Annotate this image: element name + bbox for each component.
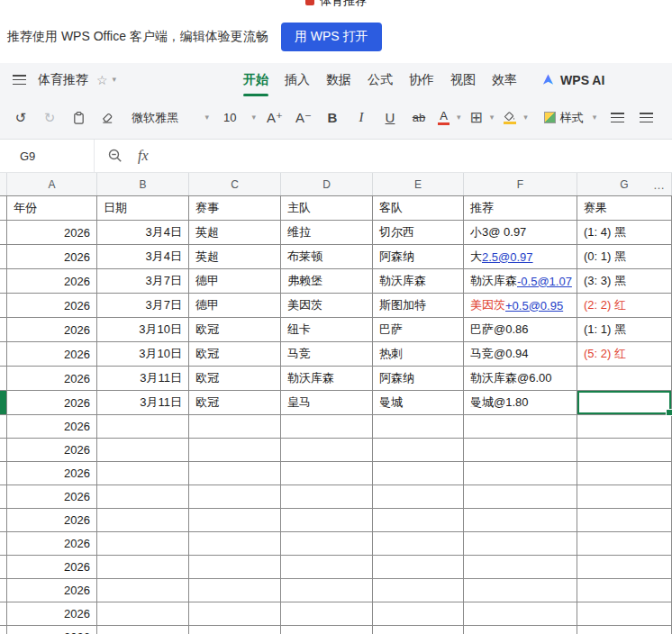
cell-F4[interactable]: 勒沃库森-0.5@1.07 — [464, 269, 577, 294]
cell-D1[interactable]: 主队 — [281, 196, 373, 221]
row-header[interactable] — [0, 626, 7, 634]
cell-C17[interactable] — [189, 579, 281, 602]
row-header[interactable] — [0, 318, 7, 342]
wps-ai-button[interactable]: WPS AI — [541, 63, 604, 96]
cell-D5[interactable]: 美因茨 — [281, 294, 373, 318]
cell-F7[interactable]: 马竞@0.94 — [464, 342, 577, 367]
row-header[interactable] — [0, 294, 7, 318]
cell-A4[interactable]: 2026 — [7, 269, 97, 294]
cell-D17[interactable] — [281, 579, 373, 602]
cell-F10[interactable] — [464, 415, 577, 439]
cell-E4[interactable]: 勒沃库森 — [373, 269, 464, 294]
column-header-G[interactable]: G… — [577, 173, 672, 195]
cell-D18[interactable] — [281, 602, 373, 626]
cell-E14[interactable] — [373, 509, 464, 532]
cell-B19[interactable] — [97, 626, 189, 634]
font-size-select[interactable]: 10 ▾ — [223, 111, 256, 124]
cell-G2[interactable]: (1: 4) 黑 — [577, 221, 672, 245]
row-header[interactable] — [0, 269, 7, 294]
cell-A7[interactable]: 2026 — [7, 342, 97, 367]
italic-button[interactable]: I — [350, 106, 373, 130]
cell-D19[interactable] — [281, 626, 373, 634]
cell-E13[interactable] — [373, 485, 464, 509]
tab-协作[interactable]: 协作 — [401, 63, 442, 96]
insert-function-icon[interactable]: fx — [138, 148, 149, 164]
row-header[interactable] — [0, 245, 7, 269]
paste-button[interactable] — [67, 106, 90, 130]
cell-B1[interactable]: 日期 — [97, 196, 189, 221]
row-header[interactable] — [0, 342, 7, 367]
cell-E3[interactable]: 阿森纳 — [373, 245, 464, 269]
cell-F15[interactable] — [464, 532, 577, 556]
cell-B18[interactable] — [97, 602, 189, 626]
column-header-F[interactable]: F — [464, 173, 577, 195]
cell-G16[interactable] — [577, 556, 672, 579]
cell-B16[interactable] — [97, 556, 189, 579]
align-left-button[interactable] — [605, 106, 629, 130]
cell-A18[interactable]: 2026 — [7, 602, 97, 626]
cell-C18[interactable] — [189, 602, 281, 626]
open-in-wps-button[interactable]: 用 WPS 打开 — [281, 23, 382, 51]
cell-C12[interactable] — [189, 462, 281, 485]
cell-G18[interactable] — [577, 602, 672, 626]
cell-F17[interactable] — [464, 579, 577, 602]
eraser-button[interactable] — [95, 106, 119, 130]
cell-B5[interactable]: 3月7日 — [97, 294, 189, 318]
cell-B2[interactable]: 3月4日 — [97, 221, 189, 245]
row-header[interactable] — [0, 391, 7, 415]
row-header[interactable] — [0, 509, 7, 532]
strikethrough-button[interactable]: ab — [407, 106, 431, 130]
cell-E10[interactable] — [373, 415, 464, 439]
cell-A2[interactable]: 2026 — [7, 221, 97, 245]
column-header-A[interactable]: A — [7, 173, 97, 195]
cell-D7[interactable]: 马竞 — [281, 342, 373, 367]
cell-D8[interactable]: 勒沃库森 — [281, 367, 373, 391]
star-icon[interactable]: ☆ — [96, 74, 108, 86]
cell-C15[interactable] — [189, 532, 281, 556]
cell-F8[interactable]: 勒沃库森@6.00 — [464, 367, 577, 391]
cell-name-box[interactable]: G9 — [0, 140, 95, 172]
cell-A3[interactable]: 2026 — [7, 245, 97, 269]
row-header[interactable] — [0, 367, 7, 391]
cell-E19[interactable] — [373, 626, 464, 634]
cell-B3[interactable]: 3月4日 — [97, 245, 189, 269]
cell-E16[interactable] — [373, 556, 464, 579]
cell-C5[interactable]: 德甲 — [189, 294, 281, 318]
cell-C4[interactable]: 德甲 — [189, 269, 281, 294]
cell-G11[interactable] — [577, 439, 672, 462]
cell-B13[interactable] — [97, 485, 189, 509]
cell-E12[interactable] — [373, 462, 464, 485]
undo-button[interactable]: ↺ — [9, 106, 32, 130]
row-header[interactable] — [0, 462, 7, 485]
bold-button[interactable]: B — [321, 106, 344, 130]
cell-F2[interactable]: 小3@ 0.97 — [464, 221, 577, 245]
cell-F6[interactable]: 巴萨@0.86 — [464, 318, 577, 342]
cell-C10[interactable] — [189, 415, 281, 439]
cell-F12[interactable] — [464, 462, 577, 485]
cell-C6[interactable]: 欧冠 — [189, 318, 281, 342]
cell-G17[interactable] — [577, 579, 672, 602]
row-header[interactable] — [0, 556, 7, 579]
cell-F11[interactable] — [464, 439, 577, 462]
cell-B6[interactable]: 3月10日 — [97, 318, 189, 342]
cell-D3[interactable]: 布莱顿 — [281, 245, 373, 269]
cell-C9[interactable]: 欧冠 — [189, 391, 281, 415]
cell-G5[interactable]: (2: 2) 红 — [577, 294, 672, 318]
fill-color-button[interactable]: ▾ — [501, 106, 530, 130]
cell-D11[interactable] — [281, 439, 373, 462]
cell-F16[interactable] — [464, 556, 577, 579]
chevron-down-icon[interactable]: ▾ — [113, 76, 117, 84]
cell-B14[interactable] — [97, 509, 189, 532]
cell-A17[interactable]: 2026 — [7, 579, 97, 602]
cell-A5[interactable]: 2026 — [7, 294, 97, 318]
cell-A8[interactable]: 2026 — [7, 367, 97, 391]
cell-B10[interactable] — [97, 415, 189, 439]
cell-D9[interactable]: 皇马 — [281, 391, 373, 415]
cell-F9[interactable]: 曼城@1.80 — [464, 391, 577, 415]
row-header[interactable] — [0, 485, 7, 509]
font-family-select[interactable]: 微软雅黑 ▾ — [132, 110, 209, 126]
redo-button[interactable]: ↻ — [38, 106, 61, 130]
cell-B12[interactable] — [97, 462, 189, 485]
cell-A14[interactable]: 2026 — [7, 509, 97, 532]
cell-F13[interactable] — [464, 485, 577, 509]
